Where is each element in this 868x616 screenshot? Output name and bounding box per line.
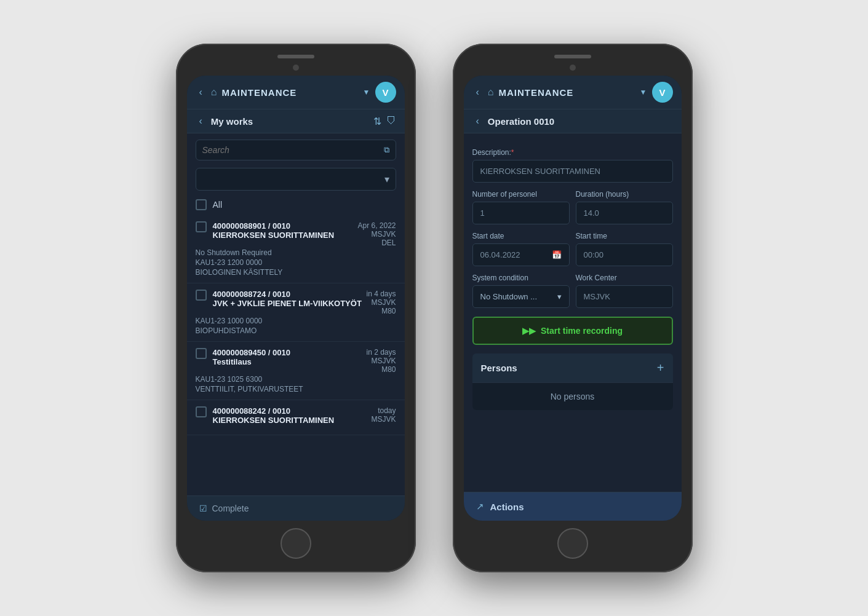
sub-nav-back-button[interactable]: ‹ — [196, 114, 206, 128]
system-condition-select[interactable]: No Shutdown ... ▾ — [472, 285, 570, 308]
start-time-recording-button[interactable]: ▶▶ Start time recording — [472, 317, 673, 345]
work-item-name: KIERROKSEN SUORITTAMINEN — [213, 416, 335, 425]
date-time-row: Start date 06.04.2022 📅 Start time 00:00 — [472, 224, 673, 266]
search-copy-icon: ⧉ — [384, 145, 389, 155]
work-item-sub3: VENTTIILIT, PUTKIVARUSTEET — [196, 385, 396, 393]
search-bar: ⧉ — [187, 133, 405, 164]
search-input-wrap[interactable]: ⧉ — [196, 140, 396, 160]
work-center-col: Work Center MSJVK — [576, 266, 673, 308]
start-date-col: Start date 06.04.2022 📅 — [472, 224, 570, 266]
item-checkbox[interactable] — [196, 406, 207, 417]
description-label: Description:* — [472, 148, 673, 157]
item-checkbox[interactable] — [196, 290, 207, 301]
item-checkbox[interactable] — [196, 348, 207, 359]
work-item-id: 400000089450 / 0010 — [213, 348, 291, 357]
start-time-label: Start time — [576, 232, 673, 240]
actions-label[interactable]: Actions — [490, 502, 524, 512]
item-checkbox[interactable] — [196, 221, 207, 232]
personnel-field[interactable]: 1 — [472, 202, 570, 224]
start-time-field[interactable]: 00:00 — [576, 243, 673, 266]
sub-nav: ‹ My works ⇅ ⛉ — [187, 109, 405, 133]
sub-nav-back-button-2[interactable]: ‹ — [472, 114, 483, 128]
persons-add-button[interactable]: + — [657, 361, 664, 375]
filter-select[interactable]: ▾ — [196, 168, 396, 191]
work-center-field[interactable]: MSJVK — [576, 285, 673, 308]
personnel-col: Number of personel 1 — [472, 183, 570, 224]
nav-dropdown-icon-2[interactable]: ▼ — [640, 88, 647, 97]
condition-workcenter-row: System condition No Shutdown ... ▾ Work … — [472, 266, 673, 308]
work-item-sub2: KAU1-23 1200 0000 — [196, 258, 396, 267]
phone-speaker — [554, 55, 591, 58]
start-time-btn-icon: ▶▶ — [522, 326, 536, 336]
nav-title-2: MAINTENANCE — [499, 87, 635, 98]
work-item-name: KIERROKSEN SUORITTAMINEN — [213, 231, 335, 240]
work-item-name: Testitilaus — [213, 357, 291, 366]
phone-speaker — [277, 55, 314, 58]
all-row: All — [187, 194, 405, 215]
list-item[interactable]: 400000088242 / 0010 KIERROKSEN SUORITTAM… — [187, 400, 405, 435]
duration-col: Duration (hours) 14.0 — [576, 183, 673, 224]
system-condition-col: System condition No Shutdown ... ▾ — [472, 266, 570, 308]
start-date-label: Start date — [472, 232, 570, 240]
persons-empty: No persons — [472, 383, 673, 410]
home-icon[interactable]: ⌂ — [211, 87, 217, 98]
duration-label: Duration (hours) — [576, 190, 673, 199]
nav-back-button-2[interactable]: ‹ — [472, 85, 483, 99]
filter-chevron: ▾ — [384, 173, 389, 185]
work-item-date: in 4 days — [366, 290, 396, 298]
list-item[interactable]: 400000089450 / 0010 Testitilaus in 2 day… — [187, 342, 405, 400]
persons-header: Persons + — [472, 353, 673, 383]
work-item-loc1: MSJVK — [366, 357, 396, 365]
phone-1: ‹ ⌂ MAINTENANCE ▼ V ‹ My works ⇅ ⛉ ⧉ — [176, 44, 416, 572]
nav-dropdown-icon[interactable]: ▼ — [363, 88, 370, 97]
search-input[interactable] — [202, 145, 379, 155]
home-button-2[interactable] — [557, 528, 588, 559]
system-condition-label: System condition — [472, 274, 570, 282]
work-item-date: in 2 days — [366, 348, 396, 357]
home-button[interactable] — [281, 528, 311, 559]
actions-bar: ↗ Actions — [464, 492, 682, 521]
personnel-label: Number of personel — [472, 190, 570, 199]
all-checkbox[interactable] — [196, 199, 207, 210]
work-item-loc1: MSJVK — [371, 415, 396, 424]
sub-nav-2: ‹ Operation 0010 — [464, 109, 682, 133]
persons-section: Persons + No persons — [472, 353, 673, 410]
bottom-bar: ☑ Complete — [187, 496, 405, 521]
work-item-loc1: MSJVK — [366, 298, 396, 307]
top-nav: ‹ ⌂ MAINTENANCE ▼ V — [187, 76, 405, 109]
filter-icon[interactable]: ⛉ — [386, 116, 396, 127]
home-icon-2[interactable]: ⌂ — [488, 87, 494, 98]
work-item-id: 400000088242 / 0010 — [213, 406, 335, 416]
work-item-name: JVK + JVKLIE PIENET LM-VIIKKOTYÖT — [213, 299, 362, 308]
start-date-field[interactable]: 06.04.2022 📅 — [472, 243, 570, 266]
sort-icon[interactable]: ⇅ — [373, 116, 381, 127]
personnel-duration-row: Number of personel 1 Duration (hours) 14… — [472, 183, 673, 224]
work-item-sub3: BIOPUHDISTAMO — [196, 326, 396, 335]
nav-title: MAINTENANCE — [222, 87, 358, 98]
phone-1-screen: ‹ ⌂ MAINTENANCE ▼ V ‹ My works ⇅ ⛉ ⧉ — [187, 76, 405, 521]
persons-title: Persons — [481, 363, 517, 373]
work-center-label: Work Center — [576, 274, 673, 282]
nav-back-button[interactable]: ‹ — [196, 85, 206, 99]
top-nav-2: ‹ ⌂ MAINTENANCE ▼ V — [464, 76, 682, 109]
start-time-btn-label: Start time recording — [541, 326, 623, 336]
form-section: Description:* KIERROKSEN SUORITTAMINEN N… — [464, 133, 682, 492]
duration-field[interactable]: 14.0 — [576, 202, 673, 224]
screen-content: ⧉ ▾ All 4 — [187, 133, 405, 496]
work-item-id: 400000088724 / 0010 — [213, 290, 362, 299]
complete-icon: ☑ — [199, 503, 207, 513]
phone-camera — [293, 65, 299, 71]
start-date-value: 06.04.2022 — [480, 250, 520, 259]
work-item-sub3: BIOLOGINEN KÄSITTELY — [196, 268, 396, 277]
work-item-date: Apr 6, 2022 — [357, 221, 396, 230]
phone-camera — [570, 65, 576, 71]
list-item[interactable]: 400000088901 / 0010 KIERROKSEN SUORITTAM… — [187, 215, 405, 283]
list-item[interactable]: 400000088724 / 0010 JVK + JVKLIE PIENET … — [187, 283, 405, 342]
complete-label[interactable]: Complete — [212, 503, 249, 513]
work-item-date: today — [371, 406, 396, 415]
avatar-2[interactable]: V — [652, 82, 673, 103]
work-item-sub2: KAU1-23 1000 0000 — [196, 317, 396, 325]
work-item-sub2: KAU1-23 1025 6300 — [196, 375, 396, 384]
avatar[interactable]: V — [375, 82, 396, 103]
description-field[interactable]: KIERROKSEN SUORITTAMINEN — [472, 160, 673, 183]
